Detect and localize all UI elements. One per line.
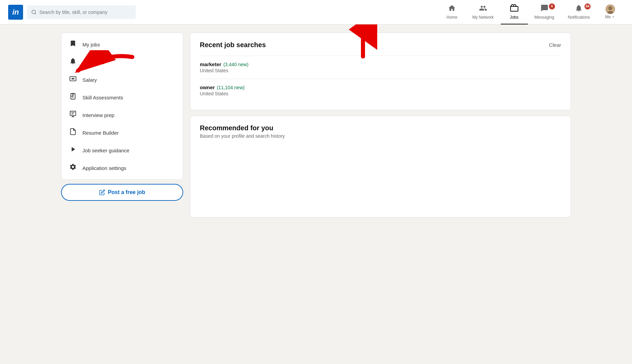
post-job-label: Post a free job <box>108 189 145 195</box>
sidebar-label-interview-prep: Interview prep <box>82 112 114 118</box>
nav-item-home[interactable]: Home <box>438 0 465 24</box>
nav-item-messaging[interactable]: 4 Messaging <box>528 0 561 24</box>
search-icon <box>31 9 37 15</box>
recommended-subtitle: Based on your profile and search history <box>200 133 561 139</box>
sidebar-item-skill-assessments[interactable]: Skill Assessments <box>61 89 183 106</box>
avatar <box>606 4 615 14</box>
nav-label-my-network: My Network <box>472 15 494 20</box>
salary-icon <box>68 75 78 84</box>
sidebar-item-my-jobs[interactable]: My jobs <box>61 36 183 53</box>
search-result-1[interactable]: owner (11,104 new) United States <box>200 79 561 102</box>
interview-icon <box>68 110 78 120</box>
main-nav: Home My Network Jobs 4 Messaging 84 <box>438 0 624 24</box>
svg-point-0 <box>32 10 36 14</box>
search-input[interactable] <box>39 9 132 15</box>
sidebar-item-job-alerts[interactable]: Job alerts <box>61 53 183 71</box>
sidebar-item-salary[interactable]: Salary <box>61 71 183 89</box>
notifications-icon <box>575 4 583 14</box>
search-result-0[interactable]: marketer (3,440 new) United States <box>200 56 561 79</box>
messaging-badge: 4 <box>549 3 555 9</box>
result-query-0: marketer (3,440 new) <box>200 61 561 67</box>
nav-item-jobs[interactable]: Jobs <box>501 0 528 24</box>
sidebar-item-resume-builder[interactable]: Resume Builder <box>61 124 183 141</box>
network-icon <box>479 4 487 14</box>
messaging-icon <box>540 4 549 14</box>
main-content: My jobs Job alerts Salary Skill Assessme… <box>0 24 632 231</box>
sidebar-label-skill-assessments: Skill Assessments <box>82 95 123 100</box>
sidebar-label-job-seeker-guidance: Job seeker guidance <box>82 148 129 153</box>
recommended-title: Recommended for you <box>200 124 561 132</box>
notifications-badge: 84 <box>585 3 591 9</box>
sidebar-label-resume-builder: Resume Builder <box>82 130 119 136</box>
header: in Home My Network Jobs <box>0 0 632 24</box>
sidebar-item-interview-prep[interactable]: Interview prep <box>61 106 183 124</box>
result-new-count-1: (11,104 new) <box>217 85 245 90</box>
sidebar-item-application-settings[interactable]: Application settings <box>61 159 183 177</box>
svg-point-2 <box>608 6 612 10</box>
jobs-icon <box>510 4 518 14</box>
nav-label-jobs: Jobs <box>510 15 518 20</box>
file-icon <box>68 128 78 137</box>
recent-searches-header: Recent job searches Clear <box>200 41 561 49</box>
linkedin-logo[interactable]: in <box>8 5 23 20</box>
nav-item-notifications[interactable]: 84 Notifications <box>561 0 597 24</box>
sidebar-card: My jobs Job alerts Salary Skill Assessme… <box>61 33 183 180</box>
sidebar: My jobs Job alerts Salary Skill Assessme… <box>61 33 183 223</box>
nav-label-messaging: Messaging <box>535 15 554 20</box>
sidebar-label-job-alerts: Job alerts <box>82 59 104 65</box>
gear-icon <box>68 163 78 173</box>
recent-searches-title: Recent job searches <box>200 41 266 49</box>
result-new-count-0: (3,440 new) <box>223 62 248 67</box>
bell-icon <box>68 57 78 67</box>
content-area: Recent job searches Clear marketer (3,44… <box>190 33 571 223</box>
home-icon <box>448 4 456 14</box>
search-bar[interactable] <box>27 5 136 19</box>
svg-point-7 <box>72 78 74 80</box>
clipboard-icon <box>68 93 78 102</box>
result-query-1: owner (11,104 new) <box>200 84 561 90</box>
nav-label-me: Me <box>605 15 611 19</box>
sidebar-item-job-seeker-guidance[interactable]: Job seeker guidance <box>61 141 183 159</box>
post-job-button[interactable]: Post a free job <box>61 184 183 201</box>
nav-item-me[interactable]: Me <box>597 0 624 24</box>
recent-searches-card: Recent job searches Clear marketer (3,44… <box>190 33 571 110</box>
nav-label-home: Home <box>446 15 457 20</box>
svg-rect-11 <box>70 111 76 116</box>
nav-item-my-network[interactable]: My Network <box>465 0 500 24</box>
result-location-0: United States <box>200 68 561 73</box>
sidebar-label-my-jobs: My jobs <box>82 42 100 47</box>
chevron-down-icon <box>611 15 615 19</box>
edit-icon <box>99 189 105 195</box>
recommended-card: Recommended for you Based on your profil… <box>190 116 571 217</box>
clear-button[interactable]: Clear <box>549 42 561 48</box>
result-location-1: United States <box>200 91 561 96</box>
sidebar-label-application-settings: Application settings <box>82 165 126 171</box>
bookmark-icon <box>68 40 78 49</box>
nav-label-notifications: Notifications <box>568 15 590 20</box>
sidebar-label-salary: Salary <box>82 77 97 83</box>
play-icon <box>68 146 78 155</box>
